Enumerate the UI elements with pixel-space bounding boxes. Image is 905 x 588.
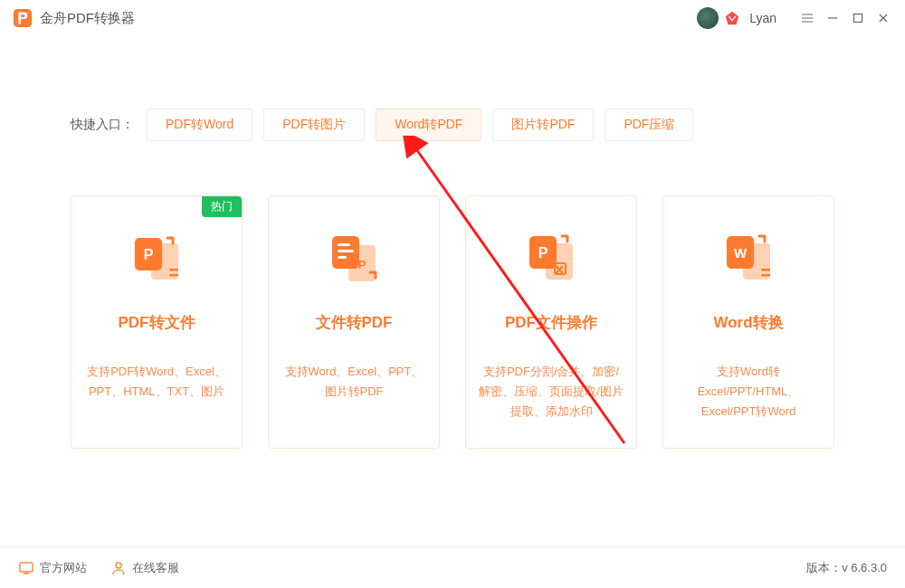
svg-rect-20 xyxy=(761,269,770,271)
card-title: 文件转PDF xyxy=(316,312,393,333)
pdf-operations-icon: P xyxy=(524,232,578,287)
svg-rect-23 xyxy=(20,563,33,572)
file-to-pdf-icon: P xyxy=(327,232,381,287)
quick-entry-label: 快捷入口： xyxy=(71,117,134,133)
card-desc: 支持PDF转Word、Excel、PPT、HTML、TXT、图片 xyxy=(84,362,229,402)
svg-rect-9 xyxy=(338,243,350,246)
footer-website-label: 官方网站 xyxy=(40,560,87,576)
svg-rect-1 xyxy=(854,14,862,23)
username[interactable]: Lyan xyxy=(749,11,776,25)
svg-text:P: P xyxy=(144,247,154,262)
card-word-convert[interactable]: W Word转换 支持Word转Excel/PPT/HTML、Excel/PPT… xyxy=(662,195,834,449)
card-title: PDF转文件 xyxy=(119,312,195,333)
hamburger-icon xyxy=(801,12,814,24)
app-logo-icon xyxy=(13,8,33,28)
word-convert-icon: W xyxy=(721,232,776,287)
maximize-button[interactable] xyxy=(845,5,871,31)
card-pdf-to-file[interactable]: 热门 P PDF转文件 支持PDF转Word、Excel、PPT、HTML、TX… xyxy=(71,195,243,449)
minimize-icon xyxy=(826,12,839,24)
maximize-icon xyxy=(852,12,864,24)
svg-rect-11 xyxy=(338,256,347,259)
close-icon xyxy=(877,12,890,24)
quick-btn-image-to-pdf[interactable]: 图片转PDF xyxy=(492,109,594,141)
footer: 官方网站 在线客服 版本：v 6.6.3.0 xyxy=(0,546,905,588)
footer-support-link[interactable]: 在线客服 xyxy=(110,560,179,576)
monitor-icon xyxy=(18,560,34,576)
pdf-to-file-icon: P xyxy=(129,232,184,287)
svg-text:W: W xyxy=(734,245,748,261)
svg-rect-21 xyxy=(761,274,770,277)
card-title: PDF文件操作 xyxy=(505,312,597,333)
card-desc: 支持PDF分割/合并、加密/解密、压缩、页面提取/图片提取、添加水印 xyxy=(479,362,624,422)
svg-text:P: P xyxy=(358,258,367,271)
app-title: 金舟PDF转换器 xyxy=(40,10,135,27)
footer-website-link[interactable]: 官方网站 xyxy=(18,560,87,576)
svg-point-24 xyxy=(116,563,121,568)
card-desc: 支持Word转Excel/PPT/HTML、Excel/PPT转Word xyxy=(676,362,821,422)
quick-entry-row: 快捷入口： PDF转Word PDF转图片 Word转PDF 图片转PDF PD… xyxy=(0,109,905,141)
svg-text:P: P xyxy=(538,245,548,261)
svg-rect-5 xyxy=(169,269,178,271)
user-avatar[interactable] xyxy=(697,7,719,29)
card-desc: 支持Word、Excel、PPT、图片转PDF xyxy=(281,362,426,402)
card-pdf-operations[interactable]: P PDF文件操作 支持PDF分割/合并、加密/解密、压缩、页面提取/图片提取、… xyxy=(465,195,637,449)
headset-icon xyxy=(110,560,127,576)
svg-rect-6 xyxy=(169,274,178,277)
titlebar: 金舟PDF转换器 Lyan xyxy=(0,0,905,36)
vip-badge-icon xyxy=(724,10,740,26)
footer-version: 版本：v 6.6.3.0 xyxy=(806,560,887,576)
hot-badge: 热门 xyxy=(202,196,242,217)
footer-support-label: 在线客服 xyxy=(132,560,179,576)
quick-btn-pdf-compress[interactable]: PDF压缩 xyxy=(605,109,693,141)
minimize-button[interactable] xyxy=(820,5,845,31)
quick-btn-pdf-to-image[interactable]: PDF转图片 xyxy=(263,109,365,141)
card-title: Word转换 xyxy=(713,312,783,333)
svg-rect-10 xyxy=(338,250,354,252)
card-file-to-pdf[interactable]: P 文件转PDF 支持Word、Excel、PPT、图片转PDF xyxy=(268,195,440,449)
close-button[interactable] xyxy=(871,5,896,31)
feature-cards: 热门 P PDF转文件 支持PDF转Word、Excel、PPT、HTML、TX… xyxy=(0,195,905,449)
quick-btn-pdf-to-word[interactable]: PDF转Word xyxy=(147,109,252,141)
menu-button[interactable] xyxy=(795,5,820,31)
quick-btn-word-to-pdf[interactable]: Word转PDF xyxy=(376,109,481,141)
